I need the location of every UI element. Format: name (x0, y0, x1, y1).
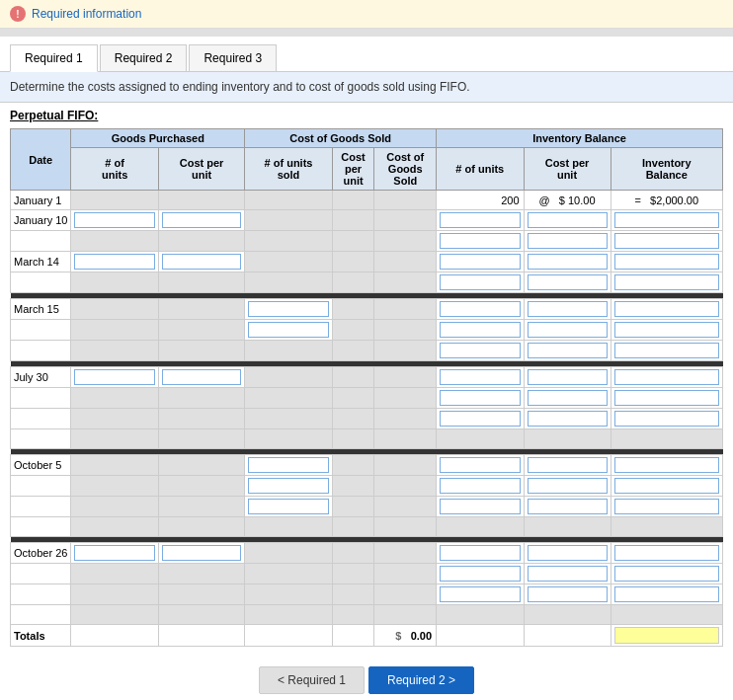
tab-required1[interactable]: Required 1 (10, 44, 98, 72)
input-jul30-units[interactable] (74, 369, 154, 385)
tab-required2[interactable]: Required 2 (100, 44, 188, 71)
input-oct5-2-inv-cost[interactable] (528, 478, 608, 494)
instruction-text: Determine the costs assigned to ending i… (0, 72, 733, 103)
input-oct26-3-inv-units[interactable] (440, 586, 520, 602)
cell-jan1-units (71, 191, 158, 210)
cost-of-goods-sold-header: Cost of Goods Sold (245, 129, 437, 148)
col-inv-cost-per-unit: Cost perunit (524, 148, 611, 191)
input-jan10-inv-bal[interactable] (614, 212, 719, 228)
input-jul30-2-inv-units[interactable] (440, 390, 520, 406)
cell-jan10-units[interactable] (71, 210, 158, 231)
input-oct26-inv-units[interactable] (440, 545, 520, 561)
input-mar14-inv-bal[interactable] (614, 254, 719, 270)
date-march15: March 15 (11, 299, 71, 320)
cell-jan1-inv-units: 200 (437, 191, 524, 210)
input-oct5-inv-units[interactable] (440, 457, 520, 473)
input-jan10-cost[interactable] (162, 212, 241, 228)
input-jul30-inv-units[interactable] (440, 369, 520, 385)
input-jan10-2-inv-cost[interactable] (528, 233, 608, 249)
row-january10-1: January 10 (11, 210, 723, 231)
exclamation-icon: ! (10, 6, 26, 22)
input-oct5-2-inv-bal[interactable] (614, 478, 719, 494)
input-mar15-3-inv-units[interactable] (440, 343, 520, 358)
cell-jan10-inv-cost[interactable] (524, 210, 611, 231)
input-oct26-inv-cost[interactable] (528, 545, 608, 561)
date-march14: March 14 (11, 252, 71, 272)
row-october26-1: October 26 (11, 543, 723, 564)
input-jul30-3-inv-cost[interactable] (528, 411, 608, 427)
required-info-text: Required information (32, 7, 141, 21)
input-oct5-3-inv-units[interactable] (440, 499, 520, 514)
input-oct5-2-units-sold[interactable] (248, 478, 328, 494)
input-oct26-inv-bal[interactable] (614, 545, 719, 561)
prev-button[interactable]: < Required 1 (259, 666, 365, 694)
input-mar15-inv-bal[interactable] (614, 301, 719, 317)
input-oct26-units[interactable] (74, 545, 154, 561)
date-july30: July 30 (11, 367, 71, 388)
footer-nav: < Required 1 Required 2 > (0, 657, 733, 700)
input-mar14-cost[interactable] (162, 254, 241, 270)
input-oct5-3-inv-cost[interactable] (528, 499, 608, 514)
cell-jan1-cost-sold (332, 191, 374, 210)
input-oct26-2-inv-cost[interactable] (528, 566, 608, 582)
input-mar15-2-inv-bal[interactable] (614, 322, 719, 338)
cell-jan10-inv-units[interactable] (437, 210, 524, 231)
input-mar15-2-inv-units[interactable] (440, 322, 520, 338)
input-jul30-2-inv-bal[interactable] (614, 390, 719, 406)
col-inv-units: # of units (437, 148, 524, 191)
input-jul30-cost[interactable] (162, 369, 241, 385)
totals-inv-balance[interactable] (611, 625, 722, 647)
input-jan10-units[interactable] (74, 212, 154, 228)
goods-purchased-header: Goods Purchased (71, 129, 245, 148)
input-jul30-3-inv-units[interactable] (440, 411, 520, 427)
input-mar15-3-inv-cost[interactable] (528, 343, 608, 358)
input-oct26-3-inv-bal[interactable] (614, 586, 719, 602)
row-october5-1: October 5 (11, 455, 723, 476)
tabs-container: Required 1 Required 2 Required 3 (0, 37, 733, 72)
input-mar15-2-units-sold[interactable] (248, 322, 328, 338)
input-mar14-2-inv-cost[interactable] (528, 274, 608, 290)
input-mar14-2-inv-bal[interactable] (614, 274, 719, 290)
col-units-sold: # of unitssold (245, 148, 332, 191)
input-mar14-units[interactable] (74, 254, 154, 270)
input-jul30-inv-cost[interactable] (528, 369, 608, 385)
input-oct5-2-inv-units[interactable] (440, 478, 520, 494)
input-mar14-inv-units[interactable] (440, 254, 520, 270)
input-oct26-2-inv-bal[interactable] (614, 566, 719, 582)
input-oct5-3-inv-bal[interactable] (614, 499, 719, 514)
input-oct5-inv-bal[interactable] (614, 457, 719, 473)
tab-required3[interactable]: Required 3 (189, 44, 277, 71)
input-jan10-2-inv-units[interactable] (440, 233, 520, 249)
input-mar15-units-sold[interactable] (248, 301, 328, 317)
input-mar15-inv-units[interactable] (440, 301, 520, 317)
input-jan10-inv-cost[interactable] (528, 212, 608, 228)
cell-jan10-inv-bal[interactable] (611, 210, 722, 231)
input-jul30-2-inv-cost[interactable] (528, 390, 608, 406)
input-totals-inv-bal[interactable] (614, 627, 719, 644)
input-jul30-inv-bal[interactable] (614, 369, 719, 385)
input-oct26-cost[interactable] (162, 545, 241, 561)
input-oct5-3-units-sold[interactable] (248, 499, 328, 514)
input-mar15-2-inv-cost[interactable] (528, 322, 608, 338)
cell-jan10-cost[interactable] (158, 210, 244, 231)
input-mar15-3-inv-bal[interactable] (614, 343, 719, 358)
input-mar14-2-inv-units[interactable] (440, 274, 520, 290)
input-mar15-inv-cost[interactable] (528, 301, 608, 317)
row-october5-2 (11, 476, 723, 497)
inventory-balance-header: Inventory Balance (437, 129, 723, 148)
input-oct5-units-sold[interactable] (248, 457, 328, 473)
input-oct5-inv-cost[interactable] (528, 457, 608, 473)
row-march14-2 (11, 272, 723, 293)
input-jan10-2-inv-bal[interactable] (614, 233, 719, 249)
input-jul30-3-inv-bal[interactable] (614, 411, 719, 427)
cell-jan1-at: @ $ 10.00 (524, 191, 611, 210)
input-mar14-inv-cost[interactable] (528, 254, 608, 270)
date-group-header: Date (11, 129, 71, 191)
input-jan10-inv-units[interactable] (440, 212, 520, 228)
input-oct26-3-inv-cost[interactable] (528, 586, 608, 602)
input-oct26-2-inv-units[interactable] (440, 566, 520, 582)
totals-cogs-cell: $ 0.00 (374, 625, 437, 647)
next-button[interactable]: Required 2 > (368, 666, 474, 694)
row-march15-2 (11, 320, 723, 341)
group-header-row: Date Goods Purchased Cost of Goods Sold … (11, 129, 723, 148)
